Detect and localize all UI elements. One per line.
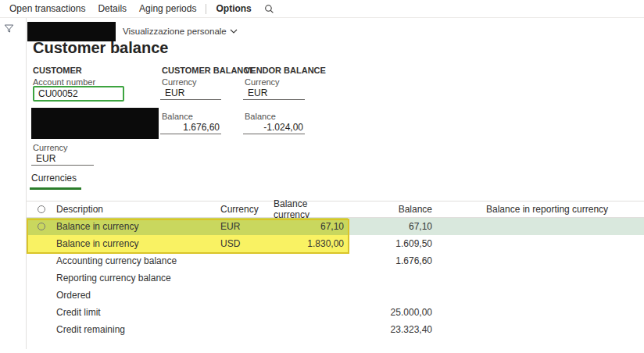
customer-balance-label: Balance — [162, 112, 193, 121]
menu-aging-periods[interactable]: Aging periods — [133, 3, 202, 14]
col-currency[interactable]: Currency — [219, 201, 274, 217]
grid-row-ordered[interactable]: Ordered — [27, 287, 644, 304]
cell-currency — [219, 304, 274, 321]
cell-balance-currency — [274, 304, 348, 321]
customer-balance-currency-field[interactable]: EUR — [160, 87, 221, 100]
vendor-balance-section-heading: VENDOR BALANCE — [245, 66, 326, 75]
redacted-customer-details — [31, 108, 159, 139]
header-select-cell[interactable] — [27, 201, 53, 217]
cell-currency — [219, 252, 274, 269]
cell-description: Balance in currency — [53, 235, 219, 252]
menu-divider — [206, 4, 206, 14]
grid-row-balance-eur[interactable]: Balance in currency EUR 67,10 67,10 — [27, 218, 644, 235]
cell-balance-reporting — [435, 218, 644, 235]
grid-row-accounting-currency-balance[interactable]: Accounting currency balance 1.676,60 — [27, 252, 644, 269]
cell-balance: 1.676,60 — [348, 252, 435, 269]
search-icon[interactable] — [264, 4, 274, 14]
grid-row-credit-remaining[interactable]: Credit remaining 23.323,40 — [27, 321, 644, 338]
col-balance[interactable]: Balance — [348, 201, 435, 217]
filter-icon[interactable] — [4, 23, 14, 37]
action-bar: Open transactions Details Aging periods … — [0, 0, 644, 18]
cell-description: Credit limit — [53, 304, 219, 321]
cell-currency: EUR — [219, 218, 274, 235]
customer-balance-page: Open transactions Details Aging periods … — [0, 0, 644, 353]
cell-description: Reporting currency balance — [53, 269, 219, 287]
tab-currencies-active-indicator — [30, 187, 81, 190]
cell-balance — [348, 287, 435, 304]
col-balance-currency[interactable]: Balance currency — [274, 201, 348, 217]
cell-balance-reporting — [435, 287, 644, 304]
menu-options[interactable]: Options — [209, 3, 257, 14]
menu-open-transactions[interactable]: Open transactions — [3, 3, 91, 14]
customer-balance-value[interactable]: 1.676,60 — [160, 121, 221, 134]
cell-balance-currency — [274, 269, 348, 287]
vendor-balance-value[interactable]: -1.024,00 — [243, 121, 305, 134]
vendor-balance-label: Balance — [245, 112, 276, 121]
cell-description: Credit remaining — [53, 321, 219, 338]
cell-description: Balance in currency — [53, 218, 219, 235]
select-all-radio[interactable] — [38, 205, 45, 213]
cell-currency — [219, 269, 274, 287]
cell-balance-reporting — [435, 252, 644, 269]
cell-balance-currency — [274, 287, 348, 304]
cell-balance-currency: 1.830,00 — [274, 235, 348, 252]
account-number-input[interactable]: CU00052 — [33, 86, 124, 102]
row-radio[interactable] — [38, 223, 45, 230]
customer-currency-field[interactable]: EUR — [31, 152, 94, 166]
cell-balance: 23.323,40 — [348, 321, 435, 338]
view-selector-label: Visualizzazione personale — [123, 27, 227, 36]
vendor-balance-currency-field[interactable]: EUR — [243, 87, 305, 100]
cell-currency: USD — [219, 235, 274, 252]
customer-currency-label: Currency — [33, 143, 68, 152]
cell-balance-reporting — [435, 304, 644, 321]
grid-header-row: Description Currency Balance currency Ba… — [27, 201, 644, 218]
cell-description: Ordered — [53, 287, 219, 304]
grid-row-credit-limit[interactable]: Credit limit 25.000,00 — [27, 304, 644, 321]
cell-balance — [348, 269, 435, 287]
col-balance-reporting[interactable]: Balance in reporting currency — [435, 201, 644, 217]
cell-balance: 25.000,00 — [348, 304, 435, 321]
cell-balance-reporting — [435, 235, 644, 252]
customer-section-heading: CUSTOMER — [33, 66, 82, 75]
cell-balance-currency — [274, 252, 348, 269]
col-description[interactable]: Description — [53, 201, 219, 217]
vendor-balance-currency-label: Currency — [245, 77, 280, 87]
page-title: Customer balance — [33, 39, 168, 57]
cell-currency — [219, 321, 274, 338]
cell-balance-reporting — [435, 321, 644, 338]
grid-row-reporting-currency-balance[interactable]: Reporting currency balance — [27, 269, 644, 287]
chevron-down-icon — [230, 28, 238, 34]
customer-balance-currency-label: Currency — [162, 77, 197, 87]
cell-balance: 1.609,50 — [348, 235, 435, 252]
currencies-grid: Description Currency Balance currency Ba… — [27, 201, 644, 338]
cell-balance-reporting — [435, 269, 644, 287]
cell-balance: 67,10 — [348, 218, 435, 235]
grid-row-balance-usd[interactable]: Balance in currency USD 1.830,00 1.609,5… — [27, 235, 644, 252]
view-selector[interactable]: Visualizzazione personale — [123, 27, 238, 36]
customer-balance-section-heading: CUSTOMER BALANCE — [162, 66, 256, 75]
menu-details[interactable]: Details — [91, 3, 133, 14]
cell-balance-currency — [274, 321, 348, 338]
cell-currency — [219, 287, 274, 304]
cell-description: Accounting currency balance — [53, 252, 219, 269]
cell-balance-currency: 67,10 — [274, 218, 348, 235]
tab-currencies[interactable]: Currencies — [31, 173, 77, 184]
